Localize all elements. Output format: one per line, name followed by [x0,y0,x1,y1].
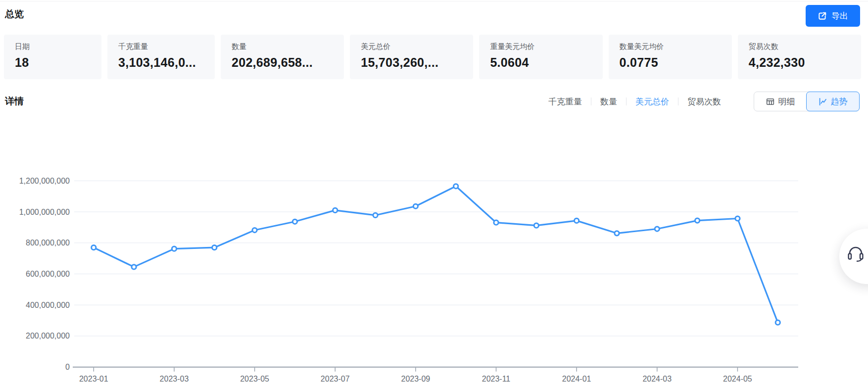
stat-card-label: 重量美元均价 [490,42,602,51]
metric-tabs: 千克重量数量美元总价贸易次数 [539,96,730,107]
stat-card-value: 3,103,146,0... [118,55,215,70]
trend-line-chart[interactable]: 0200,000,000400,000,000600,000,000800,00… [0,139,868,388]
stat-card-label: 美元总价 [361,42,473,51]
stat-card: 数量 202,689,658... [221,35,344,79]
stat-card-value: 4,232,330 [749,55,861,70]
stat-card-value: 5.0604 [490,55,602,70]
stat-card: 千克重量 3,103,146,0... [107,35,215,79]
svg-text:2024-05: 2024-05 [723,375,752,383]
table-icon [766,97,774,106]
stat-card: 数量美元均价 0.0775 [609,35,732,79]
stat-card: 贸易次数 4,232,330 [738,35,861,79]
svg-text:2023-05: 2023-05 [240,375,269,383]
svg-text:1,000,000,000: 1,000,000,000 [19,208,70,216]
svg-text:2024-01: 2024-01 [562,375,591,383]
stat-card-value: 0.0775 [620,55,732,70]
svg-text:2023-09: 2023-09 [401,375,431,383]
svg-text:400,000,000: 400,000,000 [26,301,70,309]
metric-tab[interactable]: 千克重量 [539,96,591,107]
view-toggle-detail-label: 明细 [778,96,795,107]
view-toggle-trend-label: 趋势 [831,96,848,107]
svg-text:1,200,000,000: 1,200,000,000 [19,177,70,185]
svg-text:2023-11: 2023-11 [482,375,511,383]
export-button[interactable]: 导出 [806,5,860,27]
view-toggle: 明细 趋势 [754,92,860,111]
stat-card: 日期 18 [4,35,101,79]
svg-text:600,000,000: 600,000,000 [26,270,70,278]
top-divider [0,1,868,1]
view-toggle-detail[interactable]: 明细 [754,92,807,111]
metric-tab[interactable]: 美元总价 [627,96,678,107]
svg-text:2023-03: 2023-03 [160,375,189,383]
details-header: 详情 千克重量数量美元总价贸易次数 明细 [5,91,860,112]
details-controls: 千克重量数量美元总价贸易次数 明细 趋势 [539,92,860,111]
stat-card-label: 日期 [15,42,101,51]
metric-tab[interactable]: 数量 [591,96,626,107]
svg-text:2024-03: 2024-03 [642,375,672,383]
trend-chart-icon [819,97,827,106]
svg-text:200,000,000: 200,000,000 [26,332,70,340]
stat-card-label: 贸易次数 [749,42,861,51]
stat-card-label: 数量美元均价 [620,42,732,51]
export-button-label: 导出 [831,10,848,22]
stat-cards-row: 日期 18 千克重量 3,103,146,0... 数量 202,689,658… [4,35,861,79]
stat-card: 美元总价 15,703,260,... [350,35,473,79]
view-toggle-trend[interactable]: 趋势 [806,92,860,111]
metric-tab[interactable]: 贸易次数 [678,96,730,107]
svg-text:2023-01: 2023-01 [79,375,108,383]
svg-text:2023-07: 2023-07 [321,375,350,383]
export-icon [818,11,827,21]
svg-text:800,000,000: 800,000,000 [26,239,70,247]
stat-card-value: 18 [15,55,101,70]
stat-card-value: 202,689,658... [232,55,344,70]
stat-card-label: 数量 [232,42,344,51]
stat-card-value: 15,703,260,... [361,55,473,70]
stat-card: 重量美元均价 5.0604 [479,35,602,79]
svg-text:0: 0 [65,363,70,371]
page-title: 总览 [5,8,24,21]
details-title: 详情 [5,95,24,108]
stat-card-label: 千克重量 [118,42,215,51]
